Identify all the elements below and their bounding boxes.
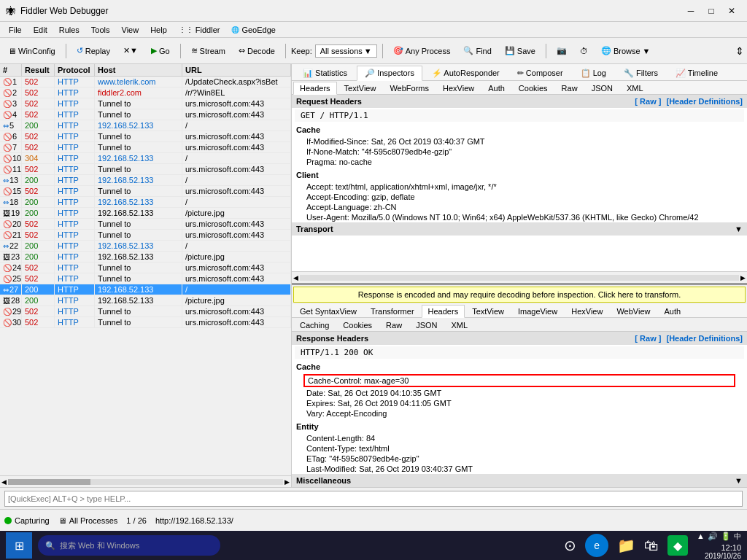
taskbar-icon-cortana[interactable]: ⊙ — [564, 537, 576, 554]
resp-tab-headers[interactable]: Headers — [422, 305, 465, 318]
windows-search[interactable]: 🔍 搜索 Web 和 Windows — [38, 535, 220, 556]
table-row[interactable]: 🚫4 502 HTTP Tunnel to urs.microsoft.com:… — [0, 109, 291, 120]
scroll-left-arrow[interactable]: ◀ — [1, 478, 7, 486]
menu-help[interactable]: Help — [144, 24, 173, 36]
request-header-links[interactable]: [ Raw ] [Header Definitions] — [635, 97, 743, 106]
menu-rules[interactable]: Rules — [53, 24, 85, 36]
subtab-raw[interactable]: Raw — [555, 82, 584, 94]
resp-tab-hexview[interactable]: HexView — [565, 305, 609, 317]
req-scroll-track[interactable] — [300, 275, 739, 281]
tab-statistics[interactable]: 📊 Statistics — [295, 66, 355, 80]
subtab-auth[interactable]: Auth — [481, 82, 511, 94]
table-row[interactable]: 🚫30 502 HTTP Tunnel to urs.microsoft.com… — [0, 317, 291, 328]
table-row[interactable]: ⇔5 200 HTTP 192.168.52.133 / — [0, 120, 291, 131]
subtab-json[interactable]: JSON — [585, 82, 619, 94]
table-row[interactable]: 🖼23 200 HTTP 192.168.52.133 /picture.jpg — [0, 252, 291, 262]
table-row[interactable]: 🚫15 502 HTTP Tunnel to urs.microsoft.com… — [0, 186, 291, 197]
menu-edit[interactable]: Edit — [28, 24, 53, 36]
response-header-links[interactable]: [ Raw ] [Header Definitions] — [635, 334, 743, 343]
taskbar-icon-green[interactable]: ◆ — [667, 535, 688, 556]
table-row[interactable]: 🚫3 502 HTTP Tunnel to urs.microsoft.com:… — [0, 98, 291, 109]
subtab-headers[interactable]: Headers — [293, 82, 337, 95]
scroll-track[interactable] — [8, 479, 283, 485]
start-button[interactable]: ⊞ — [6, 532, 32, 559]
table-row[interactable]: 🚫20 502 HTTP Tunnel to urs.microsoft.com… — [0, 219, 291, 230]
tab-log[interactable]: 📋 Log — [573, 66, 614, 80]
raw-link[interactable]: [ Raw ] — [635, 97, 661, 106]
resp-tab-imageview[interactable]: ImageView — [511, 305, 564, 317]
table-row[interactable]: ⇔22 200 HTTP 192.168.52.133 / — [0, 241, 291, 252]
subtab-hexview[interactable]: HexView — [436, 82, 481, 94]
table-row[interactable]: 🚫29 502 HTTP Tunnel to urs.microsoft.com… — [0, 306, 291, 317]
warning-bar[interactable]: Response is encoded and may require deco… — [293, 287, 746, 303]
actions-dropdown[interactable]: ✕▼ — [118, 44, 143, 58]
subtab-cookies[interactable]: Cookies — [512, 82, 554, 94]
table-row[interactable]: 🖼19 200 HTTP 192.168.52.133 /picture.jpg — [0, 208, 291, 219]
table-row[interactable]: ⇔13 200 HTTP 192.168.52.133 / — [0, 175, 291, 186]
table-row[interactable]: ⇔18 200 HTTP 192.168.52.133 / — [0, 197, 291, 208]
request-horizontal-scrollbar[interactable]: ◀ ▶ — [292, 271, 747, 283]
resp-subtab-json[interactable]: JSON — [409, 319, 444, 331]
table-row[interactable]: 🚫24 502 HTTP Tunnel to urs.microsoft.com… — [0, 262, 291, 273]
table-row[interactable]: 🚫25 502 HTTP Tunnel to urs.microsoft.com… — [0, 273, 291, 284]
go-button[interactable]: ▶ Go — [146, 44, 175, 58]
menu-file[interactable]: File — [3, 24, 28, 36]
header-defs-link[interactable]: [Header Definitions] — [666, 97, 743, 106]
scroll-thumb[interactable] — [8, 479, 90, 485]
menu-view[interactable]: View — [116, 24, 145, 36]
table-row[interactable]: 🚫7 502 HTTP Tunnel to urs.microsoft.com:… — [0, 142, 291, 153]
browse-button[interactable]: 🌐 Browse ▼ — [596, 44, 656, 58]
close-button[interactable]: ✕ — [722, 4, 741, 18]
table-row[interactable]: 🖼28 200 HTTP 192.168.52.133 /picture.jpg — [0, 295, 291, 306]
subtab-xml[interactable]: XML — [620, 82, 650, 94]
table-row[interactable]: ⇔27 200 HTTP 192.168.52.133 / — [0, 284, 291, 295]
resp-tab-auth[interactable]: Auth — [657, 305, 687, 317]
keep-dropdown[interactable]: All sessions ▼ — [315, 44, 377, 58]
save-button[interactable]: 💾 Save — [500, 44, 541, 58]
find-button[interactable]: 🔍 Find — [458, 44, 496, 58]
timer-button[interactable]: ⏱ — [575, 44, 593, 58]
resp-subtab-xml[interactable]: XML — [444, 319, 474, 331]
subtab-webforms[interactable]: WebForms — [383, 82, 436, 94]
tab-inspectors[interactable]: 🔎 Inspectors — [357, 66, 422, 81]
table-row[interactable]: 🚫2 502 HTTP fiddler2.com /r/?Win8EL — [0, 88, 291, 98]
resp-subtab-caching[interactable]: Caching — [293, 319, 336, 331]
winconfig-button[interactable]: 🖥 WinConfig — [3, 44, 61, 58]
menu-geoedge[interactable]: 🌐 GeoEdge — [225, 24, 281, 36]
menu-fiddler[interactable]: ⋮⋮ Fiddler — [173, 24, 226, 36]
minimize-button[interactable]: ─ — [681, 4, 700, 18]
resp-subtab-raw[interactable]: Raw — [379, 319, 409, 331]
replay-button[interactable]: ↺ Replay — [71, 44, 115, 58]
quick-exec-input[interactable] — [4, 491, 743, 507]
resp-tab-transformer[interactable]: Transformer — [364, 305, 421, 317]
taskbar-icon-folder[interactable]: 📁 — [617, 537, 635, 554]
menu-tools[interactable]: Tools — [85, 24, 116, 36]
tab-timeline[interactable]: 📈 Timeline — [667, 66, 726, 80]
horizontal-scrollbar[interactable]: ◀ ▶ — [0, 475, 291, 487]
resp-raw-link[interactable]: [ Raw ] — [635, 334, 661, 343]
any-process-button[interactable]: 🎯 Any Process — [388, 44, 456, 58]
scroll-right-arrow[interactable]: ▶ — [285, 478, 290, 486]
screenshot-button[interactable]: 📷 — [551, 44, 572, 58]
taskbar-icon-edge[interactable]: e — [585, 534, 608, 557]
tab-filters[interactable]: 🔧 Filters — [616, 66, 666, 80]
resp-tab-syntaxview[interactable]: Get SyntaxView — [293, 305, 363, 317]
table-row[interactable]: 🚫11 502 HTTP Tunnel to urs.microsoft.com… — [0, 164, 291, 175]
maximize-button[interactable]: □ — [702, 4, 721, 18]
table-row[interactable]: 🚫1 502 HTTP www.telerik.com /UpdateCheck… — [0, 77, 291, 88]
req-scroll-right[interactable]: ▶ — [740, 274, 746, 281]
tab-autoresponder[interactable]: ⚡ AutoResponder — [424, 66, 508, 80]
stream-button[interactable]: ≋ Stream — [186, 44, 231, 58]
table-row[interactable]: 🚫21 502 HTTP Tunnel to urs.microsoft.com… — [0, 230, 291, 241]
resp-subtab-cookies[interactable]: Cookies — [336, 319, 379, 331]
req-scroll-left[interactable]: ◀ — [293, 274, 298, 281]
resp-tab-textview[interactable]: TextView — [465, 305, 511, 317]
table-row[interactable]: 🚫6 502 HTTP Tunnel to urs.microsoft.com:… — [0, 131, 291, 142]
resp-header-defs-link[interactable]: [Header Definitions] — [666, 334, 743, 343]
tab-composer[interactable]: ✏ Composer — [509, 66, 571, 80]
decode-button[interactable]: ⇔ Decode — [233, 44, 280, 58]
table-row[interactable]: 🚫10 304 HTTP 192.168.52.133 / — [0, 153, 291, 164]
resp-tab-webview[interactable]: WebView — [610, 305, 657, 317]
taskbar-icon-store[interactable]: 🛍 — [644, 537, 659, 554]
subtab-textview[interactable]: TextView — [338, 82, 383, 94]
